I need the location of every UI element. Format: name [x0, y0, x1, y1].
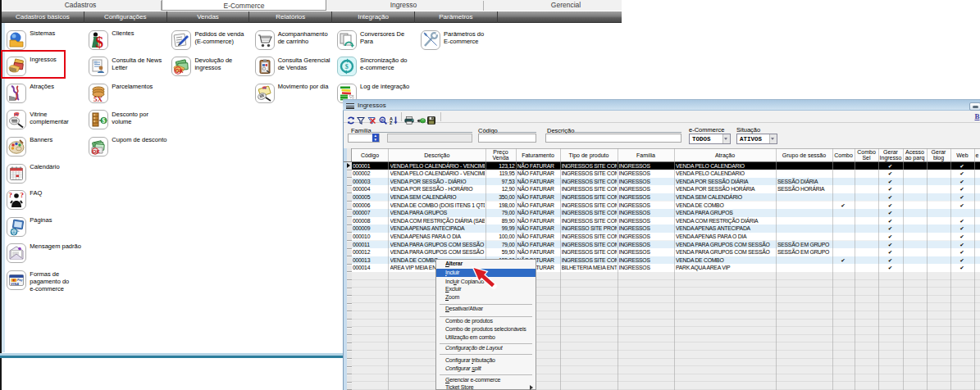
svg-text:?: ? [9, 191, 13, 199]
svg-text:?: ? [21, 191, 25, 199]
svg-text:$: $ [96, 33, 104, 50]
svg-text:OK: OK [175, 68, 184, 74]
svg-text:VISA: VISA [11, 282, 19, 286]
svg-text:Pay: Pay [17, 279, 23, 282]
svg-text:5X: 5X [93, 94, 103, 102]
svg-text:$: $ [345, 63, 349, 70]
svg-text:OK: OK [93, 149, 101, 154]
svg-text:p: p [381, 117, 383, 122]
svg-text:$: $ [103, 117, 106, 125]
